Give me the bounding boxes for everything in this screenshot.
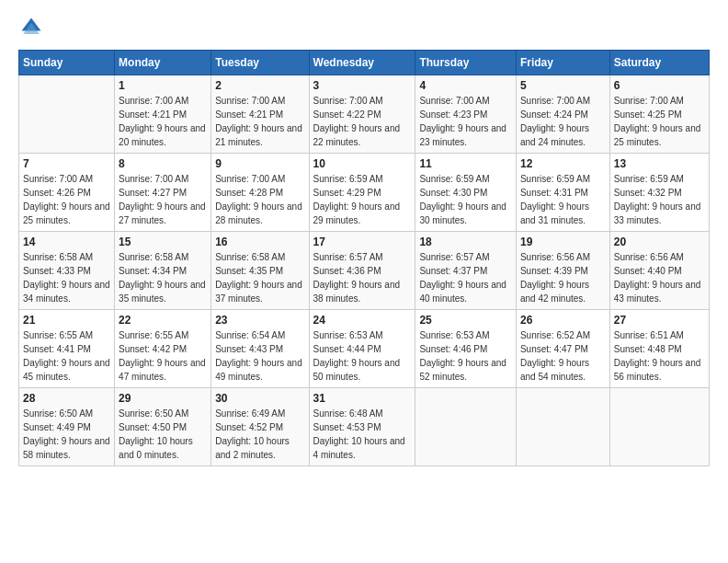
day-info: Sunrise: 7:00 AMSunset: 4:25 PMDaylight:… (614, 94, 705, 149)
day-number: 11 (419, 157, 512, 170)
col-header-wednesday: Wednesday (309, 51, 415, 75)
day-info: Sunrise: 6:58 AMSunset: 4:35 PMDaylight:… (215, 250, 304, 305)
day-cell: 11Sunrise: 6:59 AMSunset: 4:30 PMDayligh… (415, 154, 517, 232)
day-cell: 12Sunrise: 6:59 AMSunset: 4:31 PMDayligh… (516, 154, 609, 232)
day-cell: 23Sunrise: 6:54 AMSunset: 4:43 PMDayligh… (211, 310, 309, 388)
day-info: Sunrise: 6:48 AMSunset: 4:53 PMDaylight:… (313, 407, 412, 462)
day-info: Sunrise: 6:55 AMSunset: 4:42 PMDaylight:… (119, 328, 207, 384)
day-number: 2 (215, 79, 304, 92)
day-info: Sunrise: 6:59 AMSunset: 4:31 PMDaylight:… (520, 172, 606, 227)
day-cell: 18Sunrise: 6:57 AMSunset: 4:37 PMDayligh… (415, 232, 517, 310)
day-cell: 20Sunrise: 6:56 AMSunset: 4:40 PMDayligh… (609, 232, 709, 310)
day-info: Sunrise: 6:56 AMSunset: 4:39 PMDaylight:… (520, 250, 606, 305)
day-cell: 7Sunrise: 7:00 AMSunset: 4:26 PMDaylight… (19, 154, 115, 232)
day-cell: 17Sunrise: 6:57 AMSunset: 4:36 PMDayligh… (309, 232, 415, 310)
day-info: Sunrise: 6:59 AMSunset: 4:32 PMDaylight:… (614, 172, 705, 227)
day-info: Sunrise: 6:57 AMSunset: 4:36 PMDaylight:… (313, 250, 412, 305)
day-cell: 25Sunrise: 6:53 AMSunset: 4:46 PMDayligh… (415, 310, 517, 388)
day-info: Sunrise: 6:52 AMSunset: 4:47 PMDaylight:… (520, 328, 606, 384)
day-info: Sunrise: 7:00 AMSunset: 4:24 PMDaylight:… (520, 94, 606, 149)
week-row-4: 21Sunrise: 6:55 AMSunset: 4:41 PMDayligh… (19, 310, 710, 388)
day-cell: 4Sunrise: 7:00 AMSunset: 4:23 PMDaylight… (415, 75, 517, 154)
day-info: Sunrise: 6:53 AMSunset: 4:44 PMDaylight:… (313, 328, 412, 384)
day-info: Sunrise: 7:00 AMSunset: 4:23 PMDaylight:… (419, 94, 512, 149)
day-number: 13 (614, 157, 705, 170)
day-cell: 10Sunrise: 6:59 AMSunset: 4:29 PMDayligh… (309, 154, 415, 232)
day-cell: 16Sunrise: 6:58 AMSunset: 4:35 PMDayligh… (211, 232, 309, 310)
day-number: 9 (215, 157, 304, 170)
day-info: Sunrise: 7:00 AMSunset: 4:27 PMDaylight:… (119, 172, 207, 227)
col-header-monday: Monday (115, 51, 211, 75)
day-cell: 3Sunrise: 7:00 AMSunset: 4:22 PMDaylight… (309, 75, 415, 154)
calendar-header-row: SundayMondayTuesdayWednesdayThursdayFrid… (19, 51, 710, 75)
day-cell: 27Sunrise: 6:51 AMSunset: 4:48 PMDayligh… (609, 310, 709, 388)
day-number: 5 (520, 79, 606, 92)
day-number: 29 (119, 392, 207, 405)
day-cell: 24Sunrise: 6:53 AMSunset: 4:44 PMDayligh… (309, 310, 415, 388)
day-cell: 6Sunrise: 7:00 AMSunset: 4:25 PMDaylight… (609, 75, 709, 154)
page-header (18, 15, 710, 40)
day-info: Sunrise: 6:59 AMSunset: 4:30 PMDaylight:… (419, 172, 512, 227)
day-number: 3 (313, 79, 412, 92)
week-row-3: 14Sunrise: 6:58 AMSunset: 4:33 PMDayligh… (19, 232, 710, 310)
day-info: Sunrise: 6:57 AMSunset: 4:37 PMDaylight:… (419, 250, 512, 305)
day-info: Sunrise: 6:58 AMSunset: 4:33 PMDaylight:… (23, 250, 110, 305)
day-number: 14 (23, 236, 110, 248)
day-number: 30 (215, 392, 304, 405)
day-cell: 31Sunrise: 6:48 AMSunset: 4:53 PMDayligh… (309, 388, 415, 466)
col-header-tuesday: Tuesday (211, 51, 309, 75)
day-cell: 28Sunrise: 6:50 AMSunset: 4:49 PMDayligh… (19, 388, 115, 466)
day-number: 22 (119, 314, 207, 327)
day-number: 8 (119, 157, 207, 170)
day-number: 20 (614, 236, 705, 248)
day-cell: 1Sunrise: 7:00 AMSunset: 4:21 PMDaylight… (115, 75, 211, 154)
day-info: Sunrise: 6:58 AMSunset: 4:34 PMDaylight:… (119, 250, 207, 305)
day-cell (415, 388, 517, 466)
day-cell: 26Sunrise: 6:52 AMSunset: 4:47 PMDayligh… (516, 310, 609, 388)
logo-icon (18, 15, 44, 40)
day-number: 27 (614, 314, 705, 327)
day-number: 12 (520, 157, 606, 170)
day-cell (609, 388, 709, 466)
day-number: 25 (419, 314, 512, 327)
day-info: Sunrise: 6:51 AMSunset: 4:48 PMDaylight:… (614, 328, 705, 384)
day-cell: 22Sunrise: 6:55 AMSunset: 4:42 PMDayligh… (115, 310, 211, 388)
day-number: 23 (215, 314, 304, 327)
day-cell: 2Sunrise: 7:00 AMSunset: 4:21 PMDaylight… (211, 75, 309, 154)
col-header-sunday: Sunday (19, 51, 115, 75)
day-number: 18 (419, 236, 512, 248)
day-info: Sunrise: 6:53 AMSunset: 4:46 PMDaylight:… (419, 328, 512, 384)
day-info: Sunrise: 6:50 AMSunset: 4:50 PMDaylight:… (119, 407, 207, 462)
day-info: Sunrise: 7:00 AMSunset: 4:21 PMDaylight:… (119, 94, 207, 149)
col-header-thursday: Thursday (415, 51, 517, 75)
day-cell: 15Sunrise: 6:58 AMSunset: 4:34 PMDayligh… (115, 232, 211, 310)
day-info: Sunrise: 7:00 AMSunset: 4:21 PMDaylight:… (215, 94, 304, 149)
day-number: 24 (313, 314, 412, 327)
day-cell (516, 388, 609, 466)
day-info: Sunrise: 6:54 AMSunset: 4:43 PMDaylight:… (215, 328, 304, 384)
day-cell: 21Sunrise: 6:55 AMSunset: 4:41 PMDayligh… (19, 310, 115, 388)
day-info: Sunrise: 6:55 AMSunset: 4:41 PMDaylight:… (23, 328, 110, 384)
day-number: 19 (520, 236, 606, 248)
day-info: Sunrise: 6:50 AMSunset: 4:49 PMDaylight:… (23, 407, 110, 462)
day-cell: 14Sunrise: 6:58 AMSunset: 4:33 PMDayligh… (19, 232, 115, 310)
day-number: 4 (419, 79, 512, 92)
day-info: Sunrise: 7:00 AMSunset: 4:28 PMDaylight:… (215, 172, 304, 227)
day-number: 17 (313, 236, 412, 248)
day-number: 21 (23, 314, 110, 327)
day-info: Sunrise: 6:56 AMSunset: 4:40 PMDaylight:… (614, 250, 705, 305)
day-number: 6 (614, 79, 705, 92)
day-cell: 8Sunrise: 7:00 AMSunset: 4:27 PMDaylight… (115, 154, 211, 232)
day-info: Sunrise: 7:00 AMSunset: 4:26 PMDaylight:… (23, 172, 110, 227)
day-cell: 30Sunrise: 6:49 AMSunset: 4:52 PMDayligh… (211, 388, 309, 466)
col-header-saturday: Saturday (609, 51, 709, 75)
day-info: Sunrise: 6:59 AMSunset: 4:29 PMDaylight:… (313, 172, 412, 227)
day-cell: 5Sunrise: 7:00 AMSunset: 4:24 PMDaylight… (516, 75, 609, 154)
day-number: 7 (23, 157, 110, 170)
day-number: 16 (215, 236, 304, 248)
day-number: 26 (520, 314, 606, 327)
day-number: 28 (23, 392, 110, 405)
week-row-5: 28Sunrise: 6:50 AMSunset: 4:49 PMDayligh… (19, 388, 710, 466)
week-row-2: 7Sunrise: 7:00 AMSunset: 4:26 PMDaylight… (19, 154, 710, 232)
day-number: 31 (313, 392, 412, 405)
